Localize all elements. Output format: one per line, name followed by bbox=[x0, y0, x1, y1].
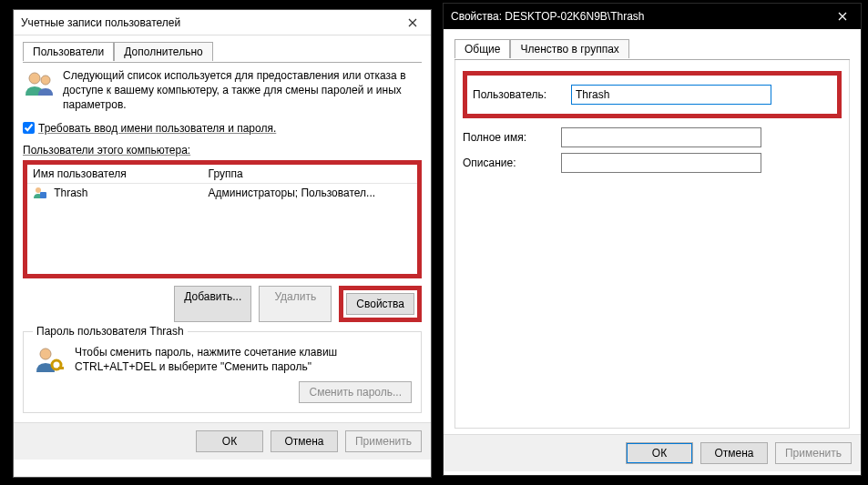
tabs: ПользователиДополнительно bbox=[23, 41, 422, 63]
svg-point-2 bbox=[36, 187, 41, 193]
tab-general[interactable]: Общие bbox=[454, 39, 510, 58]
table-row[interactable]: Thrash Администраторы; Пользовател... bbox=[27, 184, 417, 203]
require-credentials-checkbox[interactable]: Требовать ввод имени пользователя и паро… bbox=[23, 122, 422, 135]
tab-advanced[interactable]: Дополнительно bbox=[114, 42, 212, 61]
properties-highlight: Свойства bbox=[339, 286, 422, 322]
apply-button: Применить bbox=[345, 430, 422, 452]
table-header: Имя пользователя Группа bbox=[27, 165, 417, 184]
add-button[interactable]: Добавить... bbox=[174, 286, 251, 322]
cancel-button[interactable]: Отмена bbox=[700, 442, 768, 464]
dialog-title: Учетные записи пользователей bbox=[21, 16, 180, 29]
username-highlight: Пользователь: bbox=[463, 71, 842, 118]
svg-rect-6 bbox=[58, 367, 64, 369]
svg-point-4 bbox=[40, 349, 51, 359]
description-input[interactable] bbox=[561, 153, 761, 173]
tab-membership[interactable]: Членство в группах bbox=[510, 39, 628, 58]
properties-button[interactable]: Свойства bbox=[346, 293, 414, 315]
users-icon bbox=[23, 68, 56, 101]
titlebar: Учетные записи пользователей bbox=[14, 10, 431, 35]
remove-button: Удалить bbox=[259, 286, 332, 322]
require-credentials-input[interactable] bbox=[23, 122, 35, 134]
close-button[interactable] bbox=[394, 10, 431, 35]
password-text: Чтобы сменить пароль, нажмите сочетание … bbox=[75, 345, 412, 374]
fullname-label: Полное имя: bbox=[463, 131, 554, 144]
change-password-button: Сменить пароль... bbox=[299, 381, 412, 403]
svg-rect-3 bbox=[40, 192, 46, 198]
description-text: Следующий список используется для предос… bbox=[63, 68, 422, 113]
fullname-input[interactable] bbox=[561, 127, 761, 147]
password-legend: Пароль пользователя Thrash bbox=[33, 325, 188, 338]
password-fieldset: Пароль пользователя Thrash Чтобы сменить… bbox=[23, 331, 422, 413]
properties-dialog: Свойства: DESKTOP-02K6N9B\Thrash ОбщиеЧл… bbox=[443, 3, 862, 476]
svg-point-1 bbox=[41, 76, 50, 85]
user-cell: Thrash bbox=[54, 187, 87, 199]
tab-users[interactable]: Пользователи bbox=[23, 42, 114, 61]
close-button[interactable] bbox=[824, 4, 861, 29]
dialog-title: Свойства: DESKTOP-02K6N9B\Thrash bbox=[451, 10, 645, 23]
users-list-label: Пользователи этого компьютера: bbox=[23, 144, 422, 157]
user-accounts-dialog: Учетные записи пользователей Пользовател… bbox=[13, 9, 432, 478]
password-icon bbox=[33, 345, 66, 378]
user-row-icon bbox=[33, 187, 47, 199]
col-username[interactable]: Имя пользователя bbox=[27, 165, 203, 183]
ok-button[interactable]: ОК bbox=[626, 442, 693, 464]
titlebar: Свойства: DESKTOP-02K6N9B\Thrash bbox=[444, 4, 861, 29]
col-group[interactable]: Группа bbox=[203, 165, 417, 183]
svg-point-0 bbox=[29, 73, 40, 84]
user-label: Пользователь: bbox=[473, 88, 564, 101]
ok-button[interactable]: ОК bbox=[196, 430, 263, 452]
user-input[interactable] bbox=[571, 85, 771, 105]
tabs: ОбщиеЧленство в группах bbox=[454, 38, 850, 60]
description-label: Описание: bbox=[463, 157, 554, 169]
dialog-footer: ОК Отмена Применить bbox=[444, 434, 861, 471]
apply-button: Применить bbox=[775, 442, 852, 464]
require-credentials-label: Требовать ввод имени пользователя и паро… bbox=[38, 122, 276, 135]
group-cell: Администраторы; Пользовател... bbox=[203, 184, 417, 202]
users-table[interactable]: Имя пользователя Группа Thrash Администр… bbox=[23, 160, 422, 278]
dialog-footer: ОК Отмена Применить bbox=[14, 422, 431, 460]
cancel-button[interactable]: Отмена bbox=[271, 430, 338, 452]
